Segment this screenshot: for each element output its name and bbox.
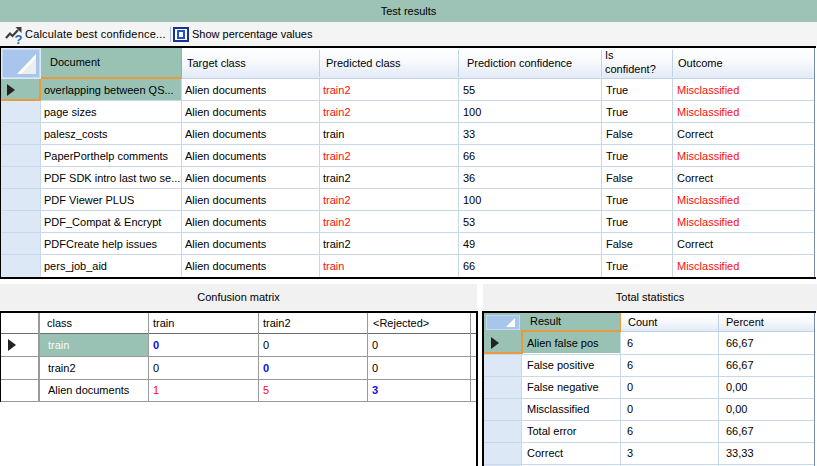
svg-text:?: ?	[15, 32, 23, 46]
